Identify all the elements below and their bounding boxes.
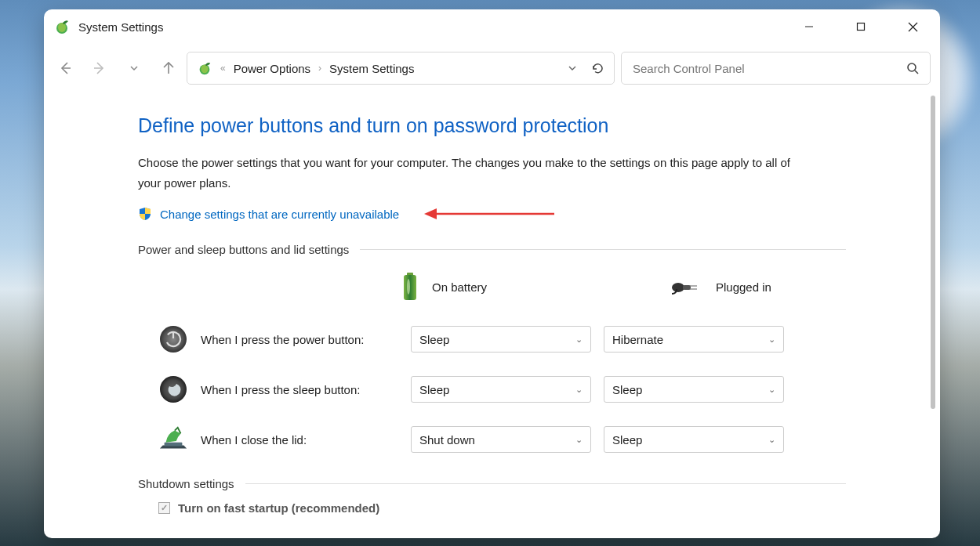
- close-lid-plugged-select[interactable]: Sleep⌄: [604, 426, 784, 453]
- power-button-icon: [158, 324, 188, 354]
- address-bar[interactable]: « Power Options › System Settings: [187, 52, 615, 85]
- svg-point-10: [201, 64, 208, 73]
- recent-pages-button[interactable]: [122, 56, 146, 80]
- chevron-down-icon: ⌄: [768, 385, 775, 395]
- address-dropdown-button[interactable]: [568, 63, 577, 73]
- row-close-lid: When I close the lid: Shut down⌄ Sleep⌄: [138, 414, 846, 465]
- window-controls: [797, 15, 931, 38]
- svg-point-17: [672, 283, 684, 292]
- close-lid-battery-select[interactable]: Shut down⌄: [411, 426, 591, 453]
- location-icon: [197, 60, 212, 76]
- app-icon: [53, 18, 71, 35]
- chevron-down-icon: ⌄: [768, 435, 775, 445]
- annotation-arrow-icon: [423, 207, 556, 221]
- row-power-button: When I press the power button: Sleep⌄ Hi…: [138, 314, 846, 364]
- chevron-down-icon: ⌄: [575, 385, 583, 395]
- breadcrumb-root[interactable]: «: [220, 63, 226, 74]
- sleep-button-icon: [158, 374, 188, 404]
- content-area: Define power buttons and turn on passwor…: [44, 92, 940, 538]
- section-title: Shutdown settings: [138, 477, 234, 490]
- page-heading: Define power buttons and turn on passwor…: [138, 114, 846, 137]
- change-settings-link[interactable]: Change settings that are currently unava…: [160, 208, 399, 221]
- svg-point-16: [407, 279, 410, 295]
- svg-rect-25: [165, 443, 183, 447]
- col-battery-label: On battery: [432, 280, 487, 294]
- fast-startup-label: Turn on fast startup (recommended): [178, 501, 379, 515]
- nav-buttons: [53, 56, 180, 80]
- row-label: When I press the power button:: [201, 333, 398, 346]
- plug-icon: [670, 277, 703, 297]
- sleep-button-plugged-select[interactable]: Sleep⌄: [604, 376, 784, 403]
- divider: [360, 249, 846, 250]
- battery-icon: [401, 271, 419, 302]
- svg-rect-15: [404, 275, 416, 300]
- sleep-button-battery-select[interactable]: Sleep⌄: [411, 376, 591, 403]
- window-title: System Settings: [78, 20, 163, 34]
- chevron-down-icon: ⌄: [575, 334, 583, 345]
- page-description: Choose the power settings that you want …: [138, 153, 812, 193]
- svg-point-21: [160, 326, 187, 353]
- svg-point-11: [908, 63, 916, 71]
- scrollbar-thumb[interactable]: [931, 96, 935, 409]
- scrollbar[interactable]: [929, 96, 937, 535]
- row-label: When I press the sleep button:: [201, 383, 398, 396]
- section-shutdown: Shutdown settings: [138, 477, 846, 490]
- col-plugged-in: Plugged in: [670, 277, 835, 297]
- close-button[interactable]: [901, 15, 924, 38]
- admin-link-row: Change settings that are currently unava…: [138, 207, 846, 221]
- laptop-lid-icon: [158, 425, 188, 454]
- power-button-plugged-select[interactable]: Hibernate⌄: [604, 326, 784, 353]
- titlebar[interactable]: System Settings: [44, 9, 940, 44]
- row-sleep-button: When I press the sleep button: Sleep⌄ Sl…: [138, 364, 846, 414]
- search-box[interactable]: [621, 52, 931, 85]
- chevron-down-icon: ⌄: [768, 334, 775, 345]
- column-headers: On battery Plugged in: [138, 267, 846, 306]
- fast-startup-checkbox[interactable]: ✓: [158, 502, 170, 514]
- search-input[interactable]: [633, 62, 906, 75]
- uac-shield-icon: [138, 207, 152, 221]
- breadcrumb-power-options[interactable]: Power Options: [234, 62, 310, 75]
- search-icon[interactable]: [906, 62, 919, 74]
- settings-window: System Settings « Power Options › System…: [44, 9, 940, 538]
- up-button[interactable]: [157, 56, 180, 80]
- fast-startup-row: ✓ Turn on fast startup (recommended): [138, 501, 846, 515]
- chevron-down-icon: ⌄: [575, 435, 583, 445]
- svg-rect-18: [683, 285, 691, 290]
- toolbar: « Power Options › System Settings: [44, 44, 940, 92]
- chevron-right-icon: ›: [318, 63, 321, 74]
- breadcrumb-system-settings[interactable]: System Settings: [329, 62, 414, 75]
- back-button[interactable]: [53, 56, 77, 80]
- col-on-battery: On battery: [401, 271, 565, 302]
- divider: [245, 483, 846, 484]
- row-label: When I close the lid:: [201, 433, 398, 447]
- forward-button[interactable]: [88, 56, 111, 80]
- svg-line-12: [915, 71, 918, 74]
- refresh-button[interactable]: [591, 62, 604, 75]
- svg-rect-3: [858, 24, 865, 31]
- section-title: Power and sleep buttons and lid settings: [138, 243, 349, 256]
- maximize-button[interactable]: [849, 15, 873, 38]
- minimize-button[interactable]: [797, 15, 821, 38]
- svg-point-1: [58, 23, 66, 32]
- section-power-sleep-lid: Power and sleep buttons and lid settings: [138, 243, 846, 256]
- power-button-battery-select[interactable]: Sleep⌄: [411, 326, 591, 353]
- col-plugged-label: Plugged in: [716, 280, 771, 294]
